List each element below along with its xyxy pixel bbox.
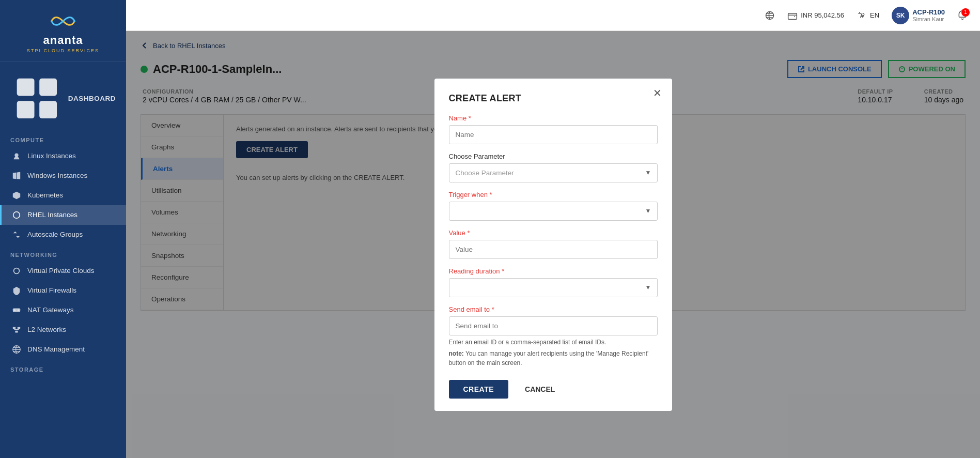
topbar: INR 95,042.56 EN SK ACP-R100 Simran Kaur…: [126, 0, 980, 31]
svg-rect-10: [18, 327, 20, 329]
svg-point-4: [14, 153, 18, 157]
virtual-firewalls-label: Virtual Firewalls: [27, 286, 76, 294]
form-group-value: Value *: [449, 229, 658, 259]
modal-close-button[interactable]: ✕: [653, 88, 662, 98]
sidebar-item-linux-instances[interactable]: Linux Instances: [0, 146, 126, 166]
linux-instances-label: Linux Instances: [27, 152, 76, 160]
notification-bell[interactable]: 1: [957, 10, 968, 21]
value-label: Value *: [449, 229, 658, 237]
name-input[interactable]: [449, 125, 658, 144]
globe-icon: [765, 10, 775, 21]
section-networking: NETWORKING: [0, 245, 126, 261]
reading-duration-select-wrapper: ▼: [449, 278, 658, 297]
autoscale-groups-label: Autoscale Groups: [27, 231, 83, 238]
form-group-parameter: Choose Parameter Choose Parameter ▼: [449, 152, 658, 182]
parameter-label: Choose Parameter: [449, 152, 658, 160]
svg-point-8: [18, 309, 20, 311]
svg-rect-3: [39, 101, 57, 118]
logo-text: ananta: [43, 34, 83, 47]
section-storage: STORAGE: [0, 359, 126, 376]
l2-networks-label: L2 Networks: [27, 326, 66, 333]
currency-value: INR 95,042.56: [801, 11, 844, 19]
user-info: ACP-R100 Simran Kaur: [912, 8, 945, 22]
svg-rect-11: [15, 331, 18, 333]
sidebar-item-virtual-firewalls[interactable]: Virtual Firewalls: [0, 281, 126, 300]
sidebar-item-dashboard[interactable]: DASHBOARD: [0, 67, 126, 130]
sidebar-logo: ananta STPI CLOUD SERVICES: [0, 0, 126, 62]
sidebar-nav: DASHBOARD COMPUTE Linux Instances Window…: [0, 62, 126, 458]
create-alert-modal: CREATE ALERT ✕ Name * Choose Parameter C…: [434, 79, 672, 411]
content-area: Back to RHEL Instances ACP-R100-1-Sample…: [126, 31, 980, 458]
email-note: note: You can manage your alert recipien…: [449, 349, 658, 368]
trigger-select-wrapper: ▼: [449, 202, 658, 221]
avatar: SK: [892, 7, 909, 24]
dashboard-icon: [12, 73, 62, 124]
svg-marker-5: [13, 192, 20, 199]
modal-actions: CREATE CANCEL: [449, 380, 658, 399]
modal-title: CREATE ALERT: [449, 93, 658, 104]
l2-icon: [12, 325, 21, 334]
language-value: EN: [870, 11, 879, 19]
translate-icon: [857, 10, 867, 21]
value-input[interactable]: [449, 240, 658, 259]
dns-management-label: DNS Management: [27, 345, 85, 353]
name-label: Name *: [449, 114, 658, 122]
sidebar-item-nat-gateways[interactable]: NAT Gateways: [0, 300, 126, 320]
linux-icon: [12, 151, 21, 161]
main-area: INR 95,042.56 EN SK ACP-R100 Simran Kaur…: [126, 0, 980, 458]
windows-instances-label: Windows Instances: [27, 172, 87, 179]
logo-sub: STPI CLOUD SERVICES: [27, 48, 99, 53]
reading-duration-select[interactable]: [449, 278, 658, 297]
form-group-trigger: Trigger when * ▼: [449, 191, 658, 221]
form-group-email: Send email to * Enter an email ID or a c…: [449, 306, 658, 368]
sidebar-item-dns-management[interactable]: DNS Management: [0, 340, 126, 359]
sidebar-item-windows-instances[interactable]: Windows Instances: [0, 166, 126, 186]
global-icon-item[interactable]: [765, 10, 775, 21]
sidebar-item-l2-networks[interactable]: L2 Networks: [0, 320, 126, 340]
nat-gateways-label: NAT Gateways: [27, 306, 74, 314]
vpc-label: Virtual Private Clouds: [27, 267, 95, 274]
modal-cancel-button[interactable]: CANCEL: [516, 380, 564, 399]
rhel-icon: [12, 210, 21, 220]
ananta-logo-icon: [45, 10, 81, 32]
windows-icon: [12, 171, 21, 180]
svg-rect-0: [17, 79, 35, 96]
user-name-display: Simran Kaur: [912, 16, 945, 22]
notification-badge: 1: [961, 8, 970, 17]
svg-rect-2: [17, 101, 35, 118]
sidebar-item-virtual-private-clouds[interactable]: Virtual Private Clouds: [0, 261, 126, 281]
dashboard-label: DASHBOARD: [68, 95, 116, 102]
svg-rect-14: [788, 13, 797, 19]
note-label: note:: [449, 350, 464, 357]
parameter-select[interactable]: Choose Parameter: [449, 163, 658, 182]
nat-icon: [12, 306, 21, 315]
rhel-instances-label: RHEL Instances: [27, 211, 77, 219]
trigger-select[interactable]: [449, 202, 658, 221]
autoscale-icon: [12, 230, 21, 239]
reading-duration-label: Reading duration *: [449, 267, 658, 275]
svg-point-7: [14, 309, 16, 311]
language-item[interactable]: EN: [857, 10, 879, 21]
email-label: Send email to *: [449, 306, 658, 313]
parameter-select-wrapper: Choose Parameter ▼: [449, 163, 658, 182]
firewall-icon: [12, 286, 21, 295]
user-account: ACP-R100: [912, 8, 945, 16]
sidebar-item-rhel-instances[interactable]: RHEL Instances: [0, 205, 126, 225]
email-input[interactable]: [449, 316, 658, 335]
currency-item[interactable]: INR 95,042.56: [787, 10, 844, 21]
trigger-label: Trigger when *: [449, 191, 658, 199]
modal-create-button[interactable]: CREATE: [449, 380, 509, 399]
dns-icon: [12, 345, 21, 354]
user-profile-item[interactable]: SK ACP-R100 Simran Kaur: [892, 7, 945, 24]
email-helper-text: Enter an email ID or a comma-separated l…: [449, 339, 658, 346]
vpc-icon: [12, 266, 21, 276]
svg-rect-9: [13, 327, 15, 329]
form-group-reading-duration: Reading duration * ▼: [449, 267, 658, 297]
note-text: You can manage your alert recipients usi…: [449, 350, 649, 367]
wallet-icon: [787, 10, 798, 21]
section-compute: COMPUTE: [0, 130, 126, 146]
sidebar-item-autoscale-groups[interactable]: Autoscale Groups: [0, 225, 126, 245]
sidebar-item-kubernetes[interactable]: Kubernetes: [0, 186, 126, 205]
sidebar: ananta STPI CLOUD SERVICES DASHBOARD COM…: [0, 0, 126, 458]
svg-rect-1: [39, 79, 57, 96]
